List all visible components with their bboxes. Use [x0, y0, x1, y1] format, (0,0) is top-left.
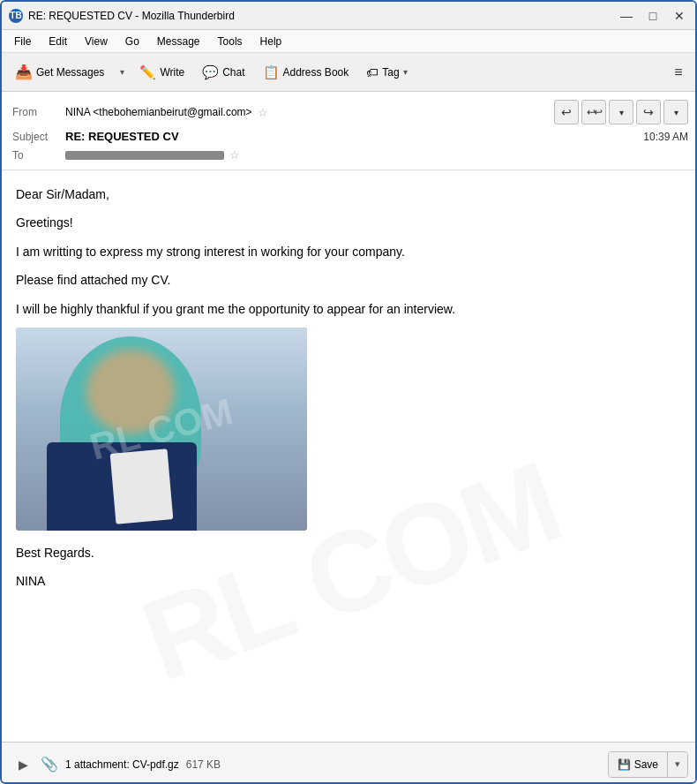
minimize-button[interactable]: — [614, 6, 639, 26]
maximize-button[interactable]: □ [641, 6, 665, 26]
attachment-expand-button[interactable]: ▶ [12, 754, 34, 775]
body-line5: I will be highly thankful if you grant m… [16, 299, 685, 319]
to-label: To [12, 149, 65, 162]
get-messages-icon: 📥 [15, 64, 33, 80]
email-header: From NINA <thebohemianbeirut@gmail.com> … [2, 92, 697, 170]
reply-all-icon: ↩↩ [587, 106, 601, 118]
reply-all-button[interactable]: ↩↩ [581, 100, 606, 124]
save-dropdown-icon: ▾ [675, 758, 680, 770]
from-star-icon[interactable]: ☆ [258, 106, 268, 119]
menu-message[interactable]: Message [150, 34, 207, 49]
body-line4: Please find attached my CV. [16, 270, 685, 290]
subject-label: Subject [12, 131, 65, 143]
email-header-area: From NINA <thebohemianbeirut@gmail.com> … [2, 92, 697, 170]
tag-dropdown-icon: ▾ [403, 67, 408, 77]
tag-label: Tag [382, 66, 399, 79]
chat-button[interactable]: 💬 Chat [194, 57, 252, 87]
more-button[interactable]: ▾ [663, 100, 688, 124]
address-book-button[interactable]: 📋 Address Book [255, 57, 357, 87]
attachment-filename: 1 attachment: CV-pdf.gz [65, 758, 179, 771]
email-embedded-image: RL COM [16, 328, 307, 531]
to-star-icon[interactable]: ☆ [229, 148, 240, 162]
attachment-size: 617 KB [186, 758, 221, 771]
body-line2: Greetings! [16, 213, 685, 232]
menu-help[interactable]: Help [253, 34, 289, 49]
chat-label: Chat [222, 66, 244, 79]
subject-value: RE: REQUESTED CV [65, 130, 179, 143]
body-line3: I am writting to express my strong inter… [16, 242, 685, 261]
forward-icon: ↪ [643, 105, 654, 119]
address-book-label: Address Book [283, 66, 349, 79]
expand-icon: ▶ [19, 758, 28, 772]
email-body: RL COM Dear Sir/Madam, Greetings! I am w… [2, 170, 697, 751]
hamburger-menu-button[interactable]: ≡ [663, 57, 693, 87]
to-value-redacted [65, 151, 224, 160]
get-messages-label: Get Messages [36, 66, 104, 79]
menu-go[interactable]: Go [118, 34, 146, 49]
forward-button[interactable]: ↪ [636, 100, 661, 124]
get-messages-dropdown[interactable]: ▾ [114, 57, 130, 87]
write-label: Write [160, 66, 184, 79]
window-controls: — □ ✕ [614, 6, 692, 26]
to-row: To ☆ [12, 146, 688, 164]
tag-button[interactable]: 🏷 Tag ▾ [358, 57, 415, 87]
close-button[interactable]: ✕ [667, 6, 692, 26]
reply-icon: ↩ [561, 105, 572, 119]
address-book-icon: 📋 [263, 64, 280, 80]
app-icon: TB [9, 9, 23, 23]
get-messages-button[interactable]: 📥 Get Messages [7, 57, 112, 87]
window-title: RE: REQUESTED CV - Mozilla Thunderbird [28, 10, 614, 22]
save-button-group: 💾 Save ▾ [608, 751, 688, 778]
menu-tools[interactable]: Tools [211, 34, 250, 49]
save-icon: 💾 [618, 758, 631, 771]
tag-icon: 🏷 [366, 65, 378, 79]
write-button[interactable]: ✏️ Write [131, 57, 192, 87]
menu-edit[interactable]: Edit [41, 34, 74, 49]
from-value: NINA <thebohemianbeirut@gmail.com> [65, 106, 252, 118]
email-time: 10:39 AM [643, 131, 688, 143]
from-row: From NINA <thebohemianbeirut@gmail.com> … [12, 97, 688, 127]
attachment-paperclip-icon: 📎 [41, 756, 58, 773]
write-icon: ✏️ [139, 64, 156, 80]
subject-row: Subject RE: REQUESTED CV 10:39 AM [12, 127, 688, 146]
from-label: From [12, 106, 65, 118]
chat-icon: 💬 [202, 64, 219, 80]
body-sign2: NINA [16, 571, 685, 591]
reply-expand-button[interactable]: ▾ [609, 100, 633, 124]
body-sign1: Best Regards. [16, 543, 685, 562]
attachment-bar: ▶ 📎 1 attachment: CV-pdf.gz 617 KB 💾 Sav… [2, 742, 697, 784]
save-label: Save [634, 758, 658, 771]
reply-expand-icon: ▾ [619, 108, 624, 117]
menu-bar: File Edit View Go Message Tools Help [2, 30, 697, 53]
toolbar: 📥 Get Messages ▾ ✏️ Write 💬 Chat 📋 Addre… [2, 53, 697, 92]
more-icon: ▾ [674, 108, 678, 117]
save-button[interactable]: 💾 Save [609, 752, 668, 777]
reply-button[interactable]: ↩ [554, 100, 579, 124]
menu-view[interactable]: View [78, 34, 115, 49]
save-dropdown-button[interactable]: ▾ [668, 752, 687, 777]
menu-file[interactable]: File [7, 34, 38, 49]
title-bar: TB RE: REQUESTED CV - Mozilla Thunderbir… [2, 2, 697, 30]
body-line1: Dear Sir/Madam, [16, 185, 685, 204]
